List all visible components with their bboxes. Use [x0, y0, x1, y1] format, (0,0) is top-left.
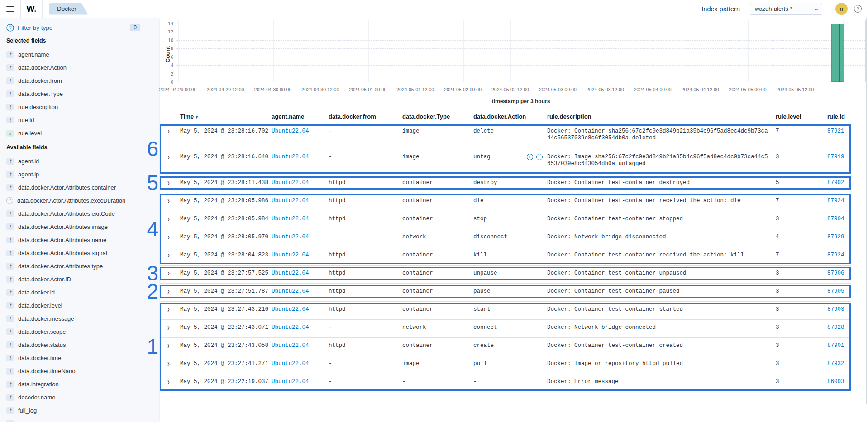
field-type-icon: t	[6, 315, 14, 322]
field-type-icon: t	[6, 77, 14, 84]
field-type-icon: t	[6, 51, 14, 58]
cell-agent-name-link[interactable]: Ubuntu22.04	[272, 360, 309, 367]
cell-rule-description: Docker: Container test-container started	[547, 302, 776, 319]
expand-row-button[interactable]: ›	[160, 193, 180, 211]
field-item[interactable]: t data.docker.Action	[6, 61, 159, 74]
menu-icon[interactable]	[0, 0, 21, 18]
column-header-docker-action[interactable]: data.docker.Action	[473, 113, 547, 123]
field-item[interactable]: t data.docker.Actor.Attributes.container	[6, 181, 159, 194]
cell-docker-type: container	[402, 247, 473, 265]
cell-agent-name-link[interactable]: Ubuntu22.04	[272, 154, 309, 160]
field-item[interactable]: t decoder.name	[6, 391, 159, 404]
column-header-rule-level[interactable]: rule.level	[776, 113, 827, 123]
cell-rule-id-link[interactable]: 87929	[827, 234, 844, 240]
cell-agent-name-link[interactable]: Ubuntu22.04	[272, 198, 309, 204]
column-header-rule-description[interactable]: rule.description	[547, 113, 776, 123]
cell-agent-name-link[interactable]: Ubuntu22.04	[272, 270, 309, 276]
field-item[interactable]: t data.docker.time	[6, 351, 159, 365]
filter-by-type-label: Filter by type	[18, 24, 52, 31]
help-icon[interactable]: ?	[854, 5, 862, 13]
cell-rule-id-link[interactable]: 87924	[827, 198, 844, 204]
cell-agent-name-link[interactable]: Ubuntu22.04	[272, 234, 309, 240]
field-item[interactable]: t rule.id	[6, 114, 159, 127]
cell-rule-id-link[interactable]: 87928	[827, 324, 844, 331]
field-item[interactable]: t data.docker.Actor.Attributes.name	[6, 233, 159, 247]
expand-row-button[interactable]: ›	[160, 123, 180, 149]
expand-row-button[interactable]: ›	[160, 149, 180, 175]
filter-by-type[interactable]: Filter by type 0	[6, 22, 159, 33]
cell-agent-name-link[interactable]: Ubuntu22.04	[272, 128, 309, 134]
cell-agent-name-link[interactable]: Ubuntu22.04	[272, 306, 309, 313]
expand-row-button[interactable]: ›	[160, 320, 180, 337]
cell-agent-name-link[interactable]: Ubuntu22.04	[272, 379, 309, 385]
column-header-rule-id[interactable]: rule.id	[827, 113, 851, 123]
field-item[interactable]: t rule.description	[6, 100, 159, 114]
field-item[interactable]: t data.docker.message	[6, 312, 159, 325]
cell-rule-id-link[interactable]: 87924	[827, 252, 844, 258]
cell-rule-id-link[interactable]: 86003	[827, 379, 844, 385]
expand-row-button[interactable]: ›	[160, 374, 180, 392]
expand-row-button[interactable]: ›	[160, 356, 180, 374]
field-item[interactable]: t data.docker.Actor.Attributes.type	[6, 260, 159, 273]
field-item[interactable]: # rule.level	[6, 127, 159, 140]
cell-rule-description: Docker: Container sha256:67c2fc9e3d849b2…	[547, 123, 776, 149]
cell-rule-id-link[interactable]: 87904	[827, 216, 844, 222]
field-name: data.docker.scope	[18, 328, 66, 335]
field-item[interactable]: t agent.name	[6, 48, 159, 61]
field-item[interactable]: t data.docker.status	[6, 338, 159, 351]
field-item[interactable]: t agent.ip	[6, 168, 159, 181]
filter-for-value-icon[interactable]: +	[527, 154, 533, 160]
cell-rule-id-link[interactable]: 87901	[827, 342, 844, 349]
expand-row-button[interactable]: ›	[160, 266, 180, 283]
documents-table: Time▾ agent.name data.docker.from data.d…	[160, 109, 851, 392]
cell-agent-name-link[interactable]: Ubuntu22.04	[272, 324, 309, 331]
field-name: data.docker.Action	[18, 64, 67, 71]
index-pattern-select[interactable]: wazuh-alerts-* ⌄	[750, 3, 822, 15]
cell-rule-id-link[interactable]: 87905	[827, 288, 844, 294]
cell-rule-id-link[interactable]: 87906	[827, 270, 844, 276]
field-item[interactable]: t agent.id	[6, 155, 159, 168]
field-item[interactable]: t data.docker.timeNano	[6, 365, 159, 378]
field-item[interactable]: t id	[6, 417, 159, 422]
cell-rule-id-link[interactable]: 87919	[827, 154, 844, 160]
expand-row-button[interactable]: ›	[160, 284, 180, 301]
tab-docker[interactable]: Docker	[49, 3, 88, 15]
wazuh-logo[interactable]: W.	[21, 0, 43, 18]
expand-row-button[interactable]: ›	[160, 338, 180, 356]
field-item[interactable]: t data.docker.from	[6, 74, 159, 87]
field-item[interactable]: t data.integration	[6, 378, 159, 391]
column-header-docker-type[interactable]: data.docker.Type	[402, 113, 473, 123]
column-header-time[interactable]: Time▾	[180, 113, 272, 123]
cell-rule-id-link[interactable]: 87921	[827, 128, 844, 134]
field-item[interactable]: t data.docker.Actor.Attributes.signal	[6, 247, 159, 260]
field-item[interactable]: t data.docker.id	[6, 286, 159, 299]
field-item[interactable]: t data.docker.Actor.ID	[6, 273, 159, 286]
cell-agent-name-link[interactable]: Ubuntu22.04	[272, 288, 309, 294]
field-item[interactable]: t data.docker.level	[6, 299, 159, 312]
field-item[interactable]: t data.docker.scope	[6, 325, 159, 338]
cell-agent-name-link[interactable]: Ubuntu22.04	[272, 252, 309, 258]
cell-rule-id-link[interactable]: 87903	[827, 306, 844, 313]
field-item[interactable]: ? data.docker.Actor.Attributes.execDurat…	[6, 194, 159, 207]
expand-row-button[interactable]: ›	[160, 229, 180, 247]
cell-rule-id-link[interactable]: 87902	[827, 180, 844, 186]
field-item[interactable]: t data.docker.Actor.Attributes.image	[6, 220, 159, 233]
field-item[interactable]: t full_log	[6, 404, 159, 417]
filter-out-value-icon[interactable]: −	[536, 154, 543, 160]
expand-row-button[interactable]: ›	[160, 175, 180, 193]
cell-rule-description: Docker: Container test-container paused	[547, 284, 776, 301]
avatar[interactable]: a	[835, 3, 848, 15]
field-item[interactable]: t data.docker.Actor.Attributes.exitCode	[6, 207, 159, 220]
column-header-agent-name[interactable]: agent.name	[272, 113, 329, 123]
cell-agent-name-link[interactable]: Ubuntu22.04	[272, 180, 309, 186]
expand-row-button[interactable]: ›	[160, 302, 180, 319]
cell-rule-id-link[interactable]: 87932	[827, 360, 844, 367]
cell-agent-name-link[interactable]: Ubuntu22.04	[272, 216, 309, 222]
expand-row-button[interactable]: ›	[160, 247, 180, 265]
logo-letter: W	[26, 4, 34, 14]
cell-agent-name-link[interactable]: Ubuntu22.04	[272, 342, 309, 349]
field-item[interactable]: t data.docker.Type	[6, 87, 159, 100]
column-header-docker-from[interactable]: data.docker.from	[329, 113, 402, 123]
cell-docker-type: container	[402, 284, 473, 301]
expand-row-button[interactable]: ›	[160, 211, 180, 229]
